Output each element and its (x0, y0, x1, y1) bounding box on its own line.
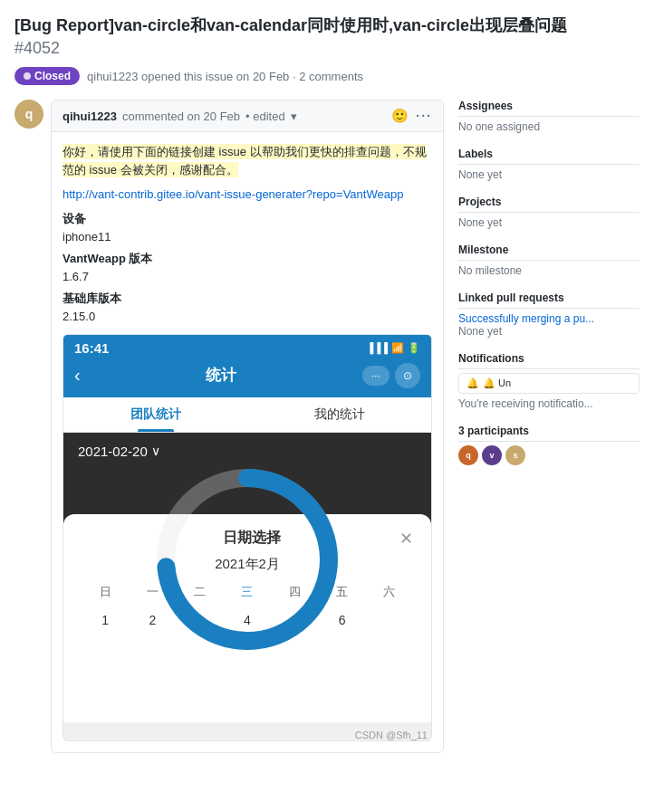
notifications-sub: You're receiving notificatio... (458, 397, 640, 410)
sidebar-labels: Labels None yet (458, 148, 640, 181)
tab-mine[interactable]: 我的统计 (247, 397, 431, 432)
phone-mockup: 16:41 ▐▐▐ 📶 🔋 ‹ (63, 335, 431, 397)
right-sidebar: Assignees No one assigned Labels None ye… (458, 100, 640, 753)
date-1[interactable]: 1 (82, 607, 129, 633)
notifications-label: Notifications (458, 352, 640, 369)
bell-icon: 🔔 (466, 377, 479, 389)
more-btn[interactable]: ··· (362, 366, 390, 386)
issue-link[interactable]: http://vant-contrib.gitee.io/vant-issue-… (63, 187, 403, 201)
comment-edited: • edited (245, 110, 285, 123)
notification-btn-label: 🔔 Un (483, 377, 511, 389)
nav-actions: ··· ⊙ (362, 363, 420, 388)
main-content: q qihui1223 commented on 20 Feb • edited… (14, 100, 640, 753)
base-version-value: 2.15.0 (63, 310, 95, 323)
participant-3[interactable]: s (505, 445, 525, 465)
issue-title: [Bug Report]van-circle和van-calendar同时使用时… (14, 14, 640, 60)
base-version-label: 基础库版本 (63, 291, 432, 307)
labels-label: Labels (458, 148, 640, 165)
smiley-icon[interactable]: 🙂 (391, 108, 409, 124)
status-bar-right: ▐▐▐ 📶 🔋 (367, 342, 420, 354)
tab-mine-label: 我的统计 (314, 406, 365, 421)
watermark-text: CSDN @Sfh_11 (355, 730, 428, 740)
sidebar-assignees: Assignees No one assigned (458, 100, 640, 133)
van-circle (148, 460, 347, 659)
device-label: 设备 (63, 211, 432, 227)
calendar-chevron[interactable]: ∨ (151, 444, 160, 458)
screenshot-container: 16:41 ▐▐▐ 📶 🔋 ‹ (63, 334, 432, 741)
avatar: q (14, 100, 43, 129)
circle-calendar-overlay: 2021-02-20 ∨ (63, 433, 431, 722)
assignees-label: Assignees (458, 100, 640, 117)
comment-date: commented on 20 Feb (122, 110, 240, 123)
weekday-sun: 日 (82, 584, 129, 600)
tab-row: 团队统计 我的统计 (63, 397, 431, 433)
comment-body: 你好，请使用下面的链接创建 issue 以帮助我们更快的排查问题，不规范的 is… (52, 132, 443, 752)
comment-header: qihui1223 commented on 20 Feb • edited ▾… (52, 100, 443, 132)
projects-value: None yet (458, 216, 640, 229)
phone-time: 16:41 (74, 340, 109, 356)
intro-text: 你好，请使用下面的链接创建 issue 以帮助我们更快的排查问题，不规范的 is… (63, 143, 432, 178)
wifi-icon: 📶 (391, 342, 404, 354)
linked-pr-label: Linked pull requests (458, 291, 640, 309)
participants-row: q v s (458, 445, 640, 465)
participants-label: 3 participants (458, 425, 640, 442)
comment-card: qihui1223 commented on 20 Feb • edited ▾… (51, 100, 444, 753)
comment-header-right: 🙂 ··· (391, 108, 432, 124)
sidebar-projects: Projects None yet (458, 196, 640, 229)
calendar-date-row: 2021-02-20 ∨ (78, 444, 417, 459)
sidebar-participants: 3 participants q v s (458, 425, 640, 465)
more-icon[interactable]: ··· (416, 109, 432, 123)
back-icon[interactable]: ‹ (74, 365, 81, 386)
issue-meta-text: qihui1223 opened this issue on 20 Feb · … (87, 70, 363, 83)
signal-icon: ▐▐▐ (367, 342, 388, 353)
status-badge: Closed (14, 67, 80, 85)
issue-title-text: [Bug Report]van-circle和van-calendar同时使用时… (14, 16, 567, 34)
camera-btn[interactable]: ⊙ (395, 363, 420, 388)
labels-value: None yet (458, 168, 640, 181)
tab-team[interactable]: 团队统计 (63, 397, 247, 432)
milestone-value: No milestone (458, 264, 640, 277)
status-bar: 16:41 ▐▐▐ 📶 🔋 (63, 335, 431, 358)
battery-icon: 🔋 (408, 342, 420, 354)
comment-header-left: qihui1223 commented on 20 Feb • edited ▾ (63, 110, 297, 123)
participant-1[interactable]: q (458, 445, 478, 465)
version-label: VantWeapp 版本 (63, 251, 432, 267)
sidebar-notifications: Notifications 🔔 🔔 Un You're receiving no… (458, 352, 640, 410)
participant-2[interactable]: v (482, 445, 502, 465)
modal-close-btn[interactable]: ✕ (399, 529, 413, 549)
linked-pr-value[interactable]: Successfully merging a pu... (458, 312, 640, 325)
linked-pr-value2: None yet (458, 325, 640, 338)
intro-highlight: 你好，请使用下面的链接创建 issue 以帮助我们更快的排查问题，不规范的 is… (63, 144, 427, 177)
issue-number: #4052 (14, 39, 60, 57)
tab-team-label: 团队统计 (130, 406, 181, 421)
weekday-sat: 六 (366, 584, 413, 600)
status-label: Closed (34, 70, 71, 82)
chevron-down-icon[interactable]: ▾ (291, 110, 297, 123)
status-dot (24, 72, 31, 80)
notification-btn[interactable]: 🔔 🔔 Un (458, 373, 640, 394)
left-column: q qihui1223 commented on 20 Feb • edited… (14, 100, 444, 753)
assignees-value: No one assigned (458, 120, 640, 133)
sidebar-linked-pr: Linked pull requests Successfully mergin… (458, 291, 640, 338)
issue-meta-row: Closed qihui1223 opened this issue on 20… (14, 67, 640, 85)
version-value: 1.6.7 (63, 270, 89, 283)
comment-author[interactable]: qihui1223 (63, 110, 117, 123)
csdn-watermark: CSDN @Sfh_11 (63, 730, 431, 740)
nav-bar: ‹ 统计 ··· ⊙ (63, 358, 431, 397)
sidebar-milestone: Milestone No milestone (458, 244, 640, 277)
projects-label: Projects (458, 196, 640, 213)
calendar-date[interactable]: 2021-02-20 (78, 444, 148, 459)
device-value: iphone11 (63, 230, 111, 244)
milestone-label: Milestone (458, 244, 640, 261)
nav-title: 统计 (206, 365, 236, 386)
comment-outer: q qihui1223 commented on 20 Feb • edited… (14, 100, 444, 753)
